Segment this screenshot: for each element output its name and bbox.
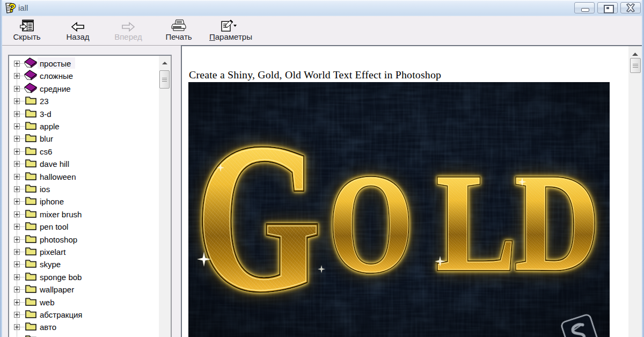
svg-text:?: ? [8,2,17,14]
svg-text:O: O [328,145,413,301]
svg-text:G: G [196,100,320,334]
svg-text:D: D [515,145,599,299]
svg-text:L: L [436,145,516,299]
